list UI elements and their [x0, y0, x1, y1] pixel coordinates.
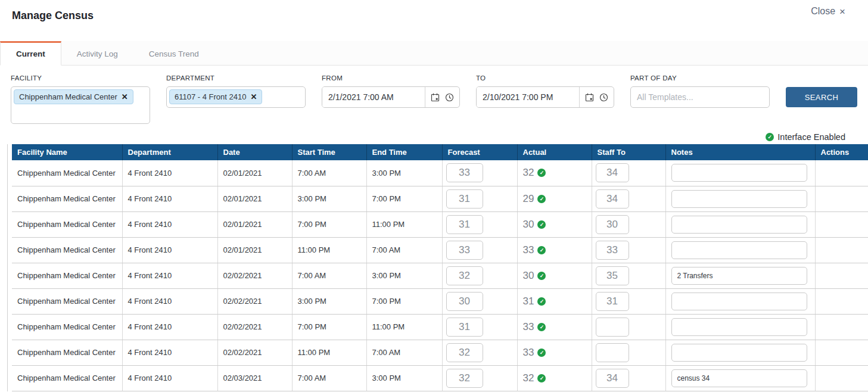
forecast-input[interactable] — [446, 163, 483, 182]
part-of-day-input[interactable] — [630, 86, 770, 108]
col-department: Department — [122, 144, 217, 160]
cell-actual: 33 ✓ — [517, 314, 592, 340]
cell-staff-to — [592, 314, 665, 340]
cell-start-time: 3:00 PM — [292, 288, 366, 314]
cell-end-time: 11:00 PM — [366, 211, 442, 237]
col-date: Date — [217, 144, 292, 160]
filter-bar: FACILITY Chippenham Medical Center ✕ DEP… — [0, 66, 868, 124]
col-staff-to: Staff To — [592, 144, 665, 160]
cell-department: 4 Front 2410 — [122, 263, 217, 288]
clock-icon[interactable] — [445, 93, 454, 102]
actual-value: 32 — [523, 167, 534, 179]
tab-current[interactable]: Current — [0, 41, 61, 66]
staff-to-input[interactable] — [596, 343, 629, 362]
staff-to-input[interactable] — [596, 318, 629, 337]
cell-actual: 32 ✓ — [517, 365, 592, 391]
cell-start-time: 7:00 PM — [292, 314, 366, 340]
cell-facility-name: Chippenham Medical Center — [12, 237, 122, 263]
cell-notes — [665, 314, 815, 340]
cell-department: 4 Front 2410 — [122, 186, 217, 211]
table-row: Chippenham Medical Center 4 Front 2410 0… — [12, 365, 868, 391]
cell-actual: 32 ✓ — [517, 160, 592, 186]
forecast-input[interactable] — [446, 343, 483, 362]
cell-end-time: 11:00 PM — [366, 314, 442, 340]
col-forecast: Forecast — [442, 144, 517, 160]
close-icon: × — [839, 7, 845, 17]
notes-input[interactable] — [671, 241, 807, 259]
forecast-input[interactable] — [446, 189, 483, 209]
cell-date: 02/01/2021 — [217, 186, 292, 211]
cell-date: 02/01/2021 — [217, 160, 292, 186]
from-date-input[interactable] — [322, 87, 425, 107]
from-date-icons — [425, 87, 459, 107]
staff-to-input[interactable] — [596, 215, 629, 234]
modal-header: Manage Census Close × — [0, 0, 868, 28]
staff-to-input[interactable] — [596, 369, 629, 388]
forecast-input[interactable] — [446, 266, 483, 285]
tab-census-trend[interactable]: Census Trend — [133, 41, 214, 65]
cell-notes — [665, 340, 815, 365]
cell-actions — [815, 288, 868, 314]
cell-start-time: 7:00 AM — [292, 263, 366, 288]
cell-actual: 30 ✓ — [517, 211, 592, 237]
notes-input[interactable] — [671, 369, 807, 387]
cell-facility-name: Chippenham Medical Center — [12, 340, 122, 365]
notes-input[interactable] — [671, 267, 807, 285]
cell-actions — [815, 160, 868, 186]
cell-staff-to — [592, 186, 665, 211]
cell-date: 02/02/2021 — [217, 263, 292, 288]
staff-to-input[interactable] — [596, 266, 629, 285]
calendar-icon[interactable] — [585, 93, 594, 102]
actual-value: 32 — [523, 372, 534, 384]
check-circle-icon: ✓ — [537, 272, 546, 280]
calendar-icon[interactable] — [431, 93, 440, 102]
cell-notes — [665, 288, 815, 314]
to-date-input[interactable] — [477, 87, 579, 107]
staff-to-input[interactable] — [596, 292, 629, 311]
staff-to-input[interactable] — [596, 241, 629, 260]
cell-staff-to — [592, 237, 665, 263]
notes-input[interactable] — [671, 164, 807, 182]
facility-multiselect[interactable]: Chippenham Medical Center ✕ — [11, 86, 150, 124]
forecast-input[interactable] — [446, 318, 483, 337]
facility-chip-remove-icon[interactable]: ✕ — [122, 93, 128, 101]
tab-activity-log[interactable]: Activity Log — [61, 41, 133, 65]
check-circle-icon: ✓ — [537, 195, 546, 203]
cell-notes — [665, 186, 815, 211]
staff-to-input[interactable] — [596, 189, 629, 209]
forecast-input[interactable] — [446, 215, 483, 234]
facility-filter: FACILITY Chippenham Medical Center ✕ — [11, 74, 150, 124]
close-button[interactable]: Close × — [811, 6, 845, 17]
actual-value: 30 — [523, 219, 534, 231]
table-row: Chippenham Medical Center 4 Front 2410 0… — [12, 340, 868, 365]
cell-department: 4 Front 2410 — [122, 314, 217, 340]
cell-department: 4 Front 2410 — [122, 340, 217, 365]
cell-end-time: 7:00 PM — [366, 186, 442, 211]
clock-icon[interactable] — [599, 93, 608, 102]
forecast-input[interactable] — [446, 292, 483, 311]
cell-actions — [815, 340, 868, 365]
department-chip-remove-icon[interactable]: ✕ — [250, 93, 257, 101]
notes-input[interactable] — [671, 293, 807, 310]
notes-input[interactable] — [671, 216, 807, 234]
cell-department: 4 Front 2410 — [122, 365, 217, 391]
facility-chip: Chippenham Medical Center ✕ — [14, 89, 133, 104]
cell-actual: 29 ✓ — [517, 186, 592, 211]
col-actions: Actions — [815, 144, 868, 160]
forecast-input[interactable] — [446, 369, 483, 388]
census-table-container: Facility Name Department Date Start Time… — [7, 144, 868, 391]
search-button[interactable]: SEARCH — [786, 87, 857, 107]
cell-start-time: 7:00 AM — [292, 365, 366, 391]
notes-input[interactable] — [671, 190, 807, 208]
actual-value: 29 — [523, 193, 534, 205]
cell-end-time: 7:00 AM — [366, 237, 442, 263]
department-multiselect[interactable]: 61107 - 4 Front 2410 ✕ — [166, 86, 306, 108]
cell-start-time: 7:00 PM — [292, 211, 366, 237]
forecast-input[interactable] — [446, 241, 483, 260]
cell-start-time: 3:00 PM — [292, 186, 366, 211]
cell-actions — [815, 314, 868, 340]
notes-input[interactable] — [671, 318, 807, 336]
staff-to-input[interactable] — [596, 163, 629, 182]
cell-date: 02/02/2021 — [217, 340, 292, 365]
notes-input[interactable] — [671, 344, 807, 362]
